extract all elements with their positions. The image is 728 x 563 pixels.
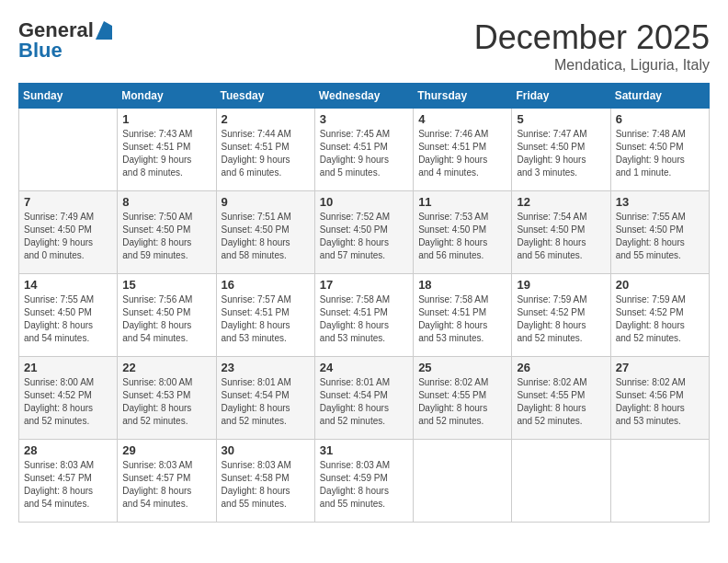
day-info: Sunrise: 7:55 AM Sunset: 4:50 PM Dayligh… <box>24 293 112 345</box>
day-info: Sunrise: 7:44 AM Sunset: 4:51 PM Dayligh… <box>222 128 310 179</box>
day-info: Sunrise: 7:56 AM Sunset: 4:50 PM Dayligh… <box>122 293 210 345</box>
day-info: Sunrise: 7:54 AM Sunset: 4:50 PM Dayligh… <box>517 211 605 262</box>
day-info: Sunrise: 8:03 AM Sunset: 4:59 PM Dayligh… <box>320 459 408 511</box>
calendar-cell: 18Sunrise: 7:58 AM Sunset: 4:51 PM Dayli… <box>414 274 512 357</box>
day-number: 14 <box>24 278 112 292</box>
day-info: Sunrise: 7:53 AM Sunset: 4:50 PM Dayligh… <box>418 211 506 262</box>
calendar-cell <box>19 109 118 191</box>
day-info: Sunrise: 7:48 AM Sunset: 4:50 PM Dayligh… <box>616 128 704 179</box>
day-number: 11 <box>418 195 506 209</box>
calendar-cell: 11Sunrise: 7:53 AM Sunset: 4:50 PM Dayli… <box>414 191 512 274</box>
day-number: 10 <box>320 195 408 209</box>
day-number: 18 <box>418 278 506 292</box>
day-info: Sunrise: 7:47 AM Sunset: 4:50 PM Dayligh… <box>517 128 605 179</box>
day-info: Sunrise: 7:55 AM Sunset: 4:50 PM Dayligh… <box>616 211 704 262</box>
header: General Blue December 2025 Mendatica, Li… <box>18 18 710 74</box>
calendar-cell: 27Sunrise: 8:02 AM Sunset: 4:56 PM Dayli… <box>610 357 709 440</box>
calendar-cell: 29Sunrise: 8:03 AM Sunset: 4:57 PM Dayli… <box>118 440 216 523</box>
day-number: 13 <box>616 195 704 209</box>
logo: General Blue <box>18 18 112 63</box>
day-number: 28 <box>24 443 112 457</box>
calendar-cell: 21Sunrise: 8:00 AM Sunset: 4:52 PM Dayli… <box>19 357 118 440</box>
day-number: 24 <box>320 361 408 374</box>
calendar-cell: 9Sunrise: 7:51 AM Sunset: 4:50 PM Daylig… <box>216 191 314 274</box>
day-number: 1 <box>122 112 210 126</box>
calendar-week-4: 21Sunrise: 8:00 AM Sunset: 4:52 PM Dayli… <box>19 357 710 440</box>
header-thursday: Thursday <box>414 84 512 109</box>
calendar-cell <box>512 440 610 523</box>
day-number: 20 <box>616 278 704 292</box>
calendar-cell: 12Sunrise: 7:54 AM Sunset: 4:50 PM Dayli… <box>512 191 610 274</box>
day-number: 6 <box>616 112 704 126</box>
calendar-cell: 3Sunrise: 7:45 AM Sunset: 4:51 PM Daylig… <box>314 109 413 191</box>
calendar-cell: 15Sunrise: 7:56 AM Sunset: 4:50 PM Dayli… <box>118 274 216 357</box>
calendar-cell: 30Sunrise: 8:03 AM Sunset: 4:58 PM Dayli… <box>216 440 314 523</box>
calendar-cell: 16Sunrise: 7:57 AM Sunset: 4:51 PM Dayli… <box>216 274 314 357</box>
calendar-cell: 24Sunrise: 8:01 AM Sunset: 4:54 PM Dayli… <box>314 357 413 440</box>
day-info: Sunrise: 8:00 AM Sunset: 4:53 PM Dayligh… <box>122 376 210 428</box>
calendar-cell: 20Sunrise: 7:59 AM Sunset: 4:52 PM Dayli… <box>610 274 709 357</box>
day-info: Sunrise: 8:02 AM Sunset: 4:56 PM Dayligh… <box>616 376 704 428</box>
calendar-cell: 28Sunrise: 8:03 AM Sunset: 4:57 PM Dayli… <box>19 440 118 523</box>
header-wednesday: Wednesday <box>314 84 413 109</box>
header-friday: Friday <box>512 84 610 109</box>
day-number: 29 <box>122 443 210 457</box>
day-info: Sunrise: 8:02 AM Sunset: 4:55 PM Dayligh… <box>418 376 506 428</box>
day-info: Sunrise: 7:51 AM Sunset: 4:50 PM Dayligh… <box>222 211 310 262</box>
calendar-cell: 31Sunrise: 8:03 AM Sunset: 4:59 PM Dayli… <box>314 440 413 523</box>
day-number: 3 <box>320 112 408 126</box>
day-info: Sunrise: 7:58 AM Sunset: 4:51 PM Dayligh… <box>418 293 506 345</box>
day-info: Sunrise: 8:03 AM Sunset: 4:57 PM Dayligh… <box>122 459 210 511</box>
calendar: SundayMondayTuesdayWednesdayThursdayFrid… <box>18 83 710 523</box>
calendar-header-row: SundayMondayTuesdayWednesdayThursdayFrid… <box>19 84 710 109</box>
day-number: 5 <box>517 112 605 126</box>
calendar-week-3: 14Sunrise: 7:55 AM Sunset: 4:50 PM Dayli… <box>19 274 710 357</box>
day-number: 27 <box>616 361 704 374</box>
calendar-cell: 14Sunrise: 7:55 AM Sunset: 4:50 PM Dayli… <box>19 274 118 357</box>
calendar-cell: 25Sunrise: 8:02 AM Sunset: 4:55 PM Dayli… <box>414 357 512 440</box>
day-info: Sunrise: 8:01 AM Sunset: 4:54 PM Dayligh… <box>222 376 310 428</box>
day-info: Sunrise: 7:52 AM Sunset: 4:50 PM Dayligh… <box>320 211 408 262</box>
calendar-week-5: 28Sunrise: 8:03 AM Sunset: 4:57 PM Dayli… <box>19 440 710 523</box>
svg-marker-0 <box>96 21 112 40</box>
day-number: 4 <box>418 112 506 126</box>
calendar-cell <box>414 440 512 523</box>
day-info: Sunrise: 8:03 AM Sunset: 4:58 PM Dayligh… <box>222 459 310 511</box>
day-number: 2 <box>222 112 310 126</box>
header-monday: Monday <box>118 84 216 109</box>
day-info: Sunrise: 7:59 AM Sunset: 4:52 PM Dayligh… <box>517 293 605 345</box>
calendar-week-1: 1Sunrise: 7:43 AM Sunset: 4:51 PM Daylig… <box>19 109 710 191</box>
day-number: 8 <box>122 195 210 209</box>
day-number: 21 <box>24 361 112 374</box>
calendar-cell: 1Sunrise: 7:43 AM Sunset: 4:51 PM Daylig… <box>118 109 216 191</box>
header-tuesday: Tuesday <box>216 84 314 109</box>
day-number: 23 <box>222 361 310 374</box>
calendar-cell: 22Sunrise: 8:00 AM Sunset: 4:53 PM Dayli… <box>118 357 216 440</box>
day-number: 30 <box>222 443 310 457</box>
day-number: 22 <box>122 361 210 374</box>
day-info: Sunrise: 7:50 AM Sunset: 4:50 PM Dayligh… <box>122 211 210 262</box>
calendar-cell: 13Sunrise: 7:55 AM Sunset: 4:50 PM Dayli… <box>610 191 709 274</box>
day-number: 16 <box>222 278 310 292</box>
calendar-cell: 7Sunrise: 7:49 AM Sunset: 4:50 PM Daylig… <box>19 191 118 274</box>
header-saturday: Saturday <box>610 84 709 109</box>
day-number: 12 <box>517 195 605 209</box>
day-info: Sunrise: 7:57 AM Sunset: 4:51 PM Dayligh… <box>222 293 310 345</box>
calendar-week-2: 7Sunrise: 7:49 AM Sunset: 4:50 PM Daylig… <box>19 191 710 274</box>
calendar-cell: 6Sunrise: 7:48 AM Sunset: 4:50 PM Daylig… <box>610 109 709 191</box>
day-info: Sunrise: 7:46 AM Sunset: 4:51 PM Dayligh… <box>418 128 506 179</box>
day-number: 19 <box>517 278 605 292</box>
calendar-cell: 4Sunrise: 7:46 AM Sunset: 4:51 PM Daylig… <box>414 109 512 191</box>
day-number: 31 <box>320 443 408 457</box>
calendar-cell: 2Sunrise: 7:44 AM Sunset: 4:51 PM Daylig… <box>216 109 314 191</box>
month-title: December 2025 <box>474 18 710 57</box>
day-info: Sunrise: 7:43 AM Sunset: 4:51 PM Dayligh… <box>122 128 210 179</box>
logo-icon <box>96 21 112 40</box>
day-info: Sunrise: 8:01 AM Sunset: 4:54 PM Dayligh… <box>320 376 408 428</box>
day-info: Sunrise: 7:59 AM Sunset: 4:52 PM Dayligh… <box>616 293 704 345</box>
calendar-cell <box>610 440 709 523</box>
day-number: 7 <box>24 195 112 209</box>
day-info: Sunrise: 8:02 AM Sunset: 4:55 PM Dayligh… <box>517 376 605 428</box>
day-number: 15 <box>122 278 210 292</box>
day-info: Sunrise: 8:00 AM Sunset: 4:52 PM Dayligh… <box>24 376 112 428</box>
